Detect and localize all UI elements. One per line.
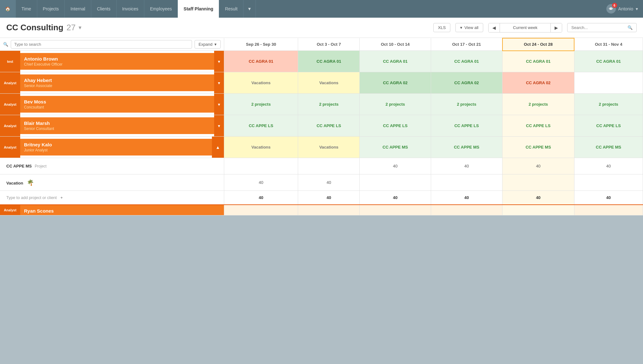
emp-dropdown-bev[interactable]: ▾ [214,94,224,115]
vac-cell-6[interactable] [574,174,643,191]
cell-antonio-1[interactable]: CC AGRA 01 [224,51,298,72]
partial-cell-4 [431,205,502,215]
emp-title-blair: Senior Consultant [24,126,210,131]
cell-ahay-3[interactable]: CC AGRA 02 [360,72,431,94]
cell-blair-6[interactable]: CC APPE LS [574,115,643,137]
table-search-input[interactable] [11,40,192,49]
avatar: 6 👁 [606,4,616,14]
vac-cell-1[interactable]: 40 [224,174,298,191]
partial-cell-2 [298,205,360,215]
view-all-button[interactable]: ▾ View all [455,23,483,32]
nav-projects[interactable]: Projects [37,0,65,18]
employee-row-ahay: Analyst Ahay Hebert Senior Associate ▾ V… [0,72,643,94]
sub-cell-4[interactable]: 40 [431,158,502,174]
current-week-label: Current week [500,23,550,32]
emp-info-bev: Bev Moss Concsultant [20,96,214,113]
cell-ahay-5[interactable]: CC AGRA 02 [502,72,574,94]
sub-cell-1[interactable] [224,158,298,174]
emp-title-bev: Concsultant [24,105,210,109]
cell-antonio-2[interactable]: CC AGRA 01 [298,51,360,72]
emp-dropdown-blair[interactable]: ▾ [214,115,224,136]
planning-table: 🔍 Expand ▾ Sep 26 - Sep 30 Oct 3 - Oct 7… [0,38,643,215]
cell-ahay-6[interactable] [574,72,643,94]
expand-button[interactable]: Expand ▾ [195,40,221,49]
cell-bev-2[interactable]: 2 projects [298,94,360,115]
cell-antonio-6[interactable]: CC AGRA 01 [574,51,643,72]
nav-invoices[interactable]: Invoices [117,0,144,18]
cell-antonio-5[interactable]: CC AGRA 01 [502,51,574,72]
nav-time[interactable]: Time [16,0,37,18]
nav-clients[interactable]: Clients [91,0,117,18]
emp-dropdown-antonio[interactable]: ▾ [214,51,224,72]
company-dropdown-arrow[interactable]: ▾ [79,25,81,31]
cell-britney-4[interactable]: CC APPE MS [431,137,502,158]
cell-antonio-3[interactable]: CC AGRA 01 [360,51,431,72]
cell-blair-1[interactable]: CC APPE LS [224,115,298,137]
add-project-label: Type to add project or client [6,195,57,200]
add-total-4: 40 [431,191,502,205]
cell-britney-1[interactable]: Vacations [224,137,298,158]
cell-blair-5[interactable]: CC APPE LS [502,115,574,137]
prev-week-button[interactable]: ◀ [489,23,500,32]
partial-cell-6 [574,205,643,215]
cell-britney-3[interactable]: CC APPE MS [360,137,431,158]
cell-blair-3[interactable]: CC APPE LS [360,115,431,137]
cell-bev-3[interactable]: 2 projects [360,94,431,115]
employee-count: 27 [67,23,76,32]
cell-bev-6[interactable]: 2 projects [574,94,643,115]
nav-staff-planning[interactable]: Staff Planning [178,0,219,18]
search-filter-icon: 🔍 [3,42,8,47]
cell-britney-6[interactable]: CC APPE MS [574,137,643,158]
cell-bev-5[interactable]: 2 projects [502,94,574,115]
sub-cell-2[interactable] [298,158,360,174]
cell-ahay-2[interactable]: Vacations [298,72,360,94]
emp-dropdown-ahay[interactable]: ▾ [214,72,224,93]
cell-ahay-4[interactable]: CC AGRA 02 [431,72,502,94]
cell-blair-2[interactable]: CC APPE LS [298,115,360,137]
cell-britney-5[interactable]: CC APPE MS [502,137,574,158]
user-dropdown-arrow[interactable]: ▾ [636,6,638,11]
add-total-1: 40 [224,191,298,205]
vac-cell-5[interactable] [502,174,574,191]
emp-name-blair: Blair Marsh [24,120,210,126]
search-icon: 🔍 [628,25,633,30]
view-all-arrow: ▾ [460,25,462,30]
sub-row-vacation: Vacation 🌴 40 40 [0,174,643,191]
emp-name-cell-antonio: test Antonio Brown Chief Executive Offic… [0,51,224,72]
nav-home[interactable]: 🏠 [0,0,16,18]
emp-name-cell-ahay: Analyst Ahay Hebert Senior Associate ▾ [0,72,224,93]
next-week-button[interactable]: ▶ [550,23,562,32]
emp-info-ryan: Ryan Scones [20,205,224,215]
role-badge-britney: Analyst [0,137,20,158]
sub-cell-6[interactable]: 40 [574,158,643,174]
vac-cell-3[interactable] [360,174,431,191]
employee-row-ryan-partial: Analyst Ryan Scones [0,205,643,215]
vac-cell-2[interactable]: 40 [298,174,360,191]
nav-internal[interactable]: Internal [65,0,91,18]
emp-name-ahay: Ahay Hebert [24,78,210,83]
search-input[interactable] [571,25,625,30]
nav-result[interactable]: Result [219,0,243,18]
nav-more[interactable]: ▼ [243,0,256,18]
cell-ahay-1[interactable]: Vacations [224,72,298,94]
cell-blair-4[interactable]: CC APPE LS [431,115,502,137]
nav-employees[interactable]: Employees [144,0,178,18]
add-button[interactable]: + [60,195,63,200]
cell-britney-2[interactable]: Vacations [298,137,360,158]
emp-dropdown-britney[interactable]: ▲ [212,137,224,158]
emp-name-antonio: Antonio Brown [24,56,210,62]
partial-cell-3 [360,205,431,215]
role-badge-ryan: Analyst [0,205,20,215]
project-tag-cc-appe-ms: Project [35,164,46,168]
emp-name-ryan: Ryan Scones [24,208,220,214]
sub-cell-3[interactable]: 40 [360,158,431,174]
xls-button[interactable]: XLS [433,23,451,32]
sub-cell-5[interactable]: 40 [502,158,574,174]
nav-user-area[interactable]: 6 👁 Antonio ▾ [601,0,643,18]
cell-bev-4[interactable]: 2 projects [431,94,502,115]
emp-title-antonio: Chief Executive Officer [24,62,210,67]
cell-bev-1[interactable]: 2 projects [224,94,298,115]
cell-antonio-4[interactable]: CC AGRA 01 [431,51,502,72]
vac-cell-4[interactable] [431,174,502,191]
partial-cell-1 [224,205,298,215]
